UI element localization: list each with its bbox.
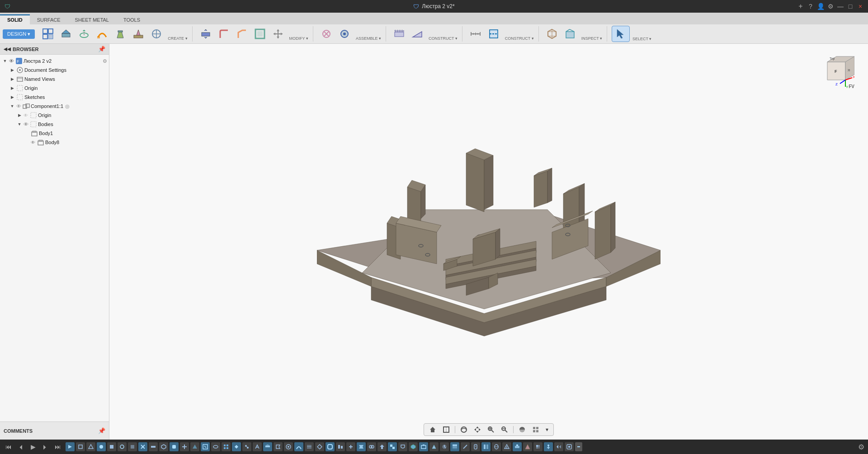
move-btn[interactable] (269, 26, 287, 42)
close-btn[interactable]: × (857, 3, 863, 9)
minimize-btn[interactable]: — (837, 3, 844, 9)
joint-origin-btn[interactable] (336, 26, 353, 42)
anim-icon-46[interactable] (533, 442, 542, 451)
anim-icon-43[interactable] (502, 442, 511, 451)
viewport-zoom-btn[interactable] (485, 425, 497, 435)
root-settings-icon[interactable]: ⚙ (103, 58, 107, 64)
toggle-sketches[interactable]: ▶ (9, 94, 15, 100)
toggle-bodies[interactable]: ▼ (16, 121, 23, 127)
anim-icon-39[interactable] (461, 442, 470, 451)
anim-icon-2[interactable] (76, 442, 85, 451)
eye-comp1-origin[interactable]: 👁 (23, 112, 29, 118)
anim-icon-41[interactable] (481, 442, 491, 451)
settings-btn[interactable]: ⚙ (827, 3, 834, 9)
comments-pin-icon[interactable]: 📌 (98, 427, 105, 434)
tree-item-body1[interactable]: ▶ Body1 (0, 129, 109, 138)
revolve-btn[interactable] (75, 26, 93, 42)
anim-icon-22[interactable] (284, 442, 293, 451)
viewport-pan-btn[interactable] (472, 425, 483, 435)
anim-icon-20[interactable] (263, 442, 272, 451)
help-btn[interactable]: ? (807, 3, 814, 9)
anim-icon-15[interactable] (211, 442, 220, 451)
anim-icon-4[interactable] (97, 442, 106, 451)
anim-icon-18[interactable] (242, 442, 251, 451)
extrude-btn[interactable] (57, 26, 75, 42)
tree-item-root[interactable]: ▼ 👁 F Люстра 2 v2 ⚙ (0, 56, 109, 66)
browser-pin-icon[interactable]: 📌 (98, 46, 105, 52)
viewport-home-btn[interactable] (427, 425, 439, 435)
anim-icon-49[interactable] (565, 442, 574, 451)
toggle-component1[interactable]: ▼ (9, 103, 15, 109)
anim-icon-42[interactable] (492, 442, 501, 451)
component1-target-icon[interactable]: ◎ (65, 103, 70, 109)
viewport[interactable]: F Top R X Y Z FV (109, 44, 868, 440)
anim-icon-50[interactable] (575, 442, 582, 451)
eye-component1[interactable]: 👁 (15, 103, 22, 109)
tree-item-body8[interactable]: ▶ 👁 Body8 (0, 138, 109, 147)
anim-icon-33[interactable] (398, 442, 407, 451)
anim-icon-40[interactable] (471, 442, 480, 451)
anim-settings-icon[interactable]: ⚙ (858, 443, 864, 451)
tree-item-component1[interactable]: ▼ 👁 Component1:1 ◎ (0, 102, 109, 111)
anim-icon-24[interactable] (305, 442, 314, 451)
select-btn[interactable] (612, 26, 630, 42)
anim-next-btn[interactable]: ⏵ (40, 442, 50, 451)
toggle-root[interactable]: ▼ (2, 58, 8, 64)
anim-icon-32[interactable] (388, 442, 397, 451)
viewport-appearance-btn[interactable] (516, 425, 528, 435)
anim-rewind-btn[interactable]: ⏮ (4, 442, 14, 451)
viewcube[interactable]: F Top R X Y Z FV (818, 53, 854, 89)
tree-item-origin[interactable]: ▶ Origin (0, 84, 109, 93)
toggle-comp1-origin[interactable]: ▶ (16, 112, 23, 118)
anim-icon-30[interactable] (367, 442, 376, 451)
anim-icon-11[interactable] (170, 442, 179, 451)
anim-icon-14[interactable] (201, 442, 210, 451)
anim-icon-38[interactable] (450, 442, 459, 451)
viewport-zoomfit-btn[interactable] (499, 425, 510, 435)
anim-icon-35[interactable] (419, 442, 428, 451)
decal-btn[interactable] (561, 26, 579, 42)
anim-icon-25[interactable] (315, 442, 324, 451)
new-tab-btn[interactable]: + (797, 3, 804, 9)
viewport-display-btn[interactable] (530, 425, 542, 435)
tab-sheetmetal[interactable]: SHEET METAL (68, 14, 116, 24)
design-button[interactable]: DESIGN ▾ (3, 29, 35, 39)
anim-icon-47[interactable] (544, 442, 553, 451)
fillet-btn[interactable] (215, 26, 232, 42)
eye-root[interactable]: 👁 (8, 58, 14, 64)
anim-icon-45[interactable] (523, 442, 532, 451)
anim-icon-17[interactable] (232, 442, 241, 451)
shell-btn[interactable] (251, 26, 269, 42)
anim-icon-13[interactable] (190, 442, 199, 451)
toggle-doc-settings[interactable]: ▶ (9, 67, 15, 73)
toggle-named-views[interactable]: ▶ (9, 76, 15, 82)
maximize-btn[interactable]: □ (847, 3, 854, 9)
anim-icon-27[interactable] (336, 442, 345, 451)
anim-icon-19[interactable] (253, 442, 262, 451)
anim-icon-21[interactable] (274, 442, 283, 451)
tree-item-named-views[interactable]: ▶ Named Views (0, 75, 109, 84)
tab-tools[interactable]: TOOLS (116, 14, 147, 24)
browser-collapse-icon[interactable]: ◀◀ (4, 47, 11, 51)
viewport-fit-btn[interactable] (440, 425, 452, 435)
joint-btn[interactable] (318, 26, 335, 42)
insert-mesh-btn[interactable] (543, 26, 561, 42)
anim-icon-1[interactable] (66, 442, 75, 451)
construct-angle-btn[interactable] (409, 26, 426, 42)
tab-surface[interactable]: SURFACE (30, 14, 68, 24)
tree-item-sketches[interactable]: ▶ Sketches (0, 93, 109, 102)
viewport-grid-btn[interactable]: ▾ (543, 425, 551, 434)
account-btn[interactable]: 👤 (817, 3, 824, 9)
tree-item-bodies[interactable]: ▼ 👁 Bodies (0, 120, 109, 129)
anim-icon-28[interactable] (346, 442, 355, 451)
new-component-btn[interactable] (39, 26, 57, 42)
sweep-btn[interactable] (94, 26, 111, 42)
anim-icon-8[interactable] (138, 442, 147, 451)
section-btn[interactable] (485, 26, 502, 42)
eye-body8[interactable]: 👁 (30, 139, 36, 145)
anim-icon-26[interactable] (326, 442, 335, 451)
anim-forward-btn[interactable]: ⏭ (53, 442, 63, 451)
anim-icon-31[interactable] (377, 442, 387, 451)
anim-icon-44[interactable] (513, 442, 522, 451)
press-pull-btn[interactable] (197, 26, 214, 42)
